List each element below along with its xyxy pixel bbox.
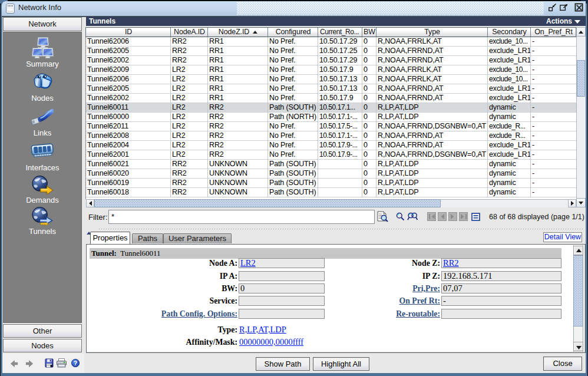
svg-text:?: ?	[74, 359, 77, 367]
